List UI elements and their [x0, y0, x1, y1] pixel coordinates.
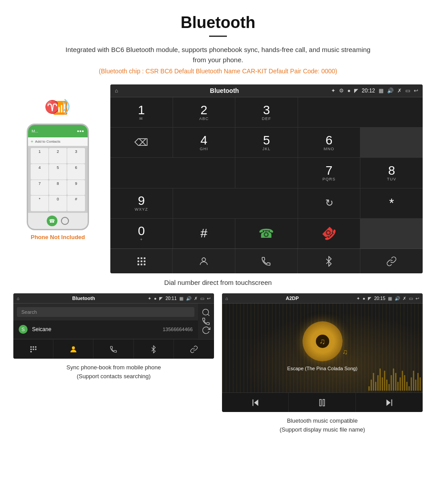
back-icon[interactable]: ↩ — [414, 88, 418, 94]
dial-key-8-main: 8 — [388, 164, 395, 177]
contact-row[interactable]: S Seicane 13566664466 — [13, 320, 198, 339]
dial-key-6[interactable]: 6 MNO — [298, 128, 360, 157]
phone-add-contact: Add to Contacts — [28, 137, 88, 146]
dial-backspace[interactable]: ⌫ — [110, 128, 173, 157]
dial-end-call-button[interactable]: ☎ — [298, 219, 360, 248]
toolbar-dialpad[interactable] — [110, 249, 173, 273]
dial-key-hash[interactable]: # — [173, 219, 235, 248]
phone-key-6[interactable]: 6 — [67, 164, 85, 180]
phone-key-star[interactable]: * — [31, 196, 48, 211]
phone-key-2[interactable]: 2 — [49, 148, 67, 164]
contacts-screen-wrap: ⌂ Bluetooth ✦ ● ◤ 20:11 ▦ 🔊 ✗ ▭ ↩ Search — [13, 293, 214, 434]
music-caption-line2: (Support display music file name) — [222, 425, 423, 434]
ctb-bluetooth[interactable] — [134, 340, 174, 359]
phone-key-3[interactable]: 3 — [67, 148, 85, 164]
toolbar-bluetooth[interactable] — [298, 249, 360, 273]
phone-key-0[interactable]: 0 — [49, 196, 67, 211]
dial-screen: ⌂ Bluetooth ✦ ⚙ ● ◤ 20:12 ▦ 🔊 ✗ ▭ ↩ 1 ✉ … — [110, 84, 423, 273]
phone-key-4[interactable]: 4 — [31, 164, 48, 180]
music-back-icon[interactable]: ↩ — [416, 296, 419, 301]
music-controls — [222, 392, 423, 412]
eq-bar — [395, 373, 396, 391]
contacts-close-icon[interactable]: ✗ — [194, 296, 198, 301]
svg-rect-23 — [252, 399, 253, 406]
ctb-phone[interactable] — [93, 340, 133, 359]
home-icon[interactable]: ⌂ — [115, 88, 118, 94]
toolbar-link[interactable] — [360, 249, 423, 273]
music-caption: Bluetooth music compatible (Support disp… — [222, 416, 423, 434]
dial-refresh[interactable]: ↻ — [298, 188, 360, 218]
dial-key-1[interactable]: 1 ✉ — [110, 97, 173, 127]
svg-rect-10 — [144, 264, 145, 265]
toolbar-contacts[interactable] — [173, 249, 235, 273]
dialpad-area: 1 ✉ 2 ABC 3 DEF ⌫ 4 GHI 5 JKL — [110, 97, 423, 248]
dial-key-3[interactable]: 3 DEF — [235, 97, 298, 127]
contacts-home-icon[interactable]: ⌂ — [17, 296, 20, 301]
phone-key-8[interactable]: 8 — [49, 180, 67, 196]
ctb-dialpad[interactable] — [13, 340, 53, 359]
eq-bar — [371, 380, 372, 391]
dial-key-9[interactable]: 9 WXYZ — [110, 188, 173, 218]
phone-sidebar-icon[interactable] — [202, 317, 210, 326]
dial-key-3-main: 3 — [263, 104, 270, 116]
svg-rect-9 — [141, 264, 142, 265]
svg-rect-16 — [35, 346, 36, 348]
volume-icon: 🔊 — [387, 88, 394, 94]
phone-key-hash[interactable]: # — [67, 196, 85, 211]
contacts-search-bar[interactable]: Search — [17, 307, 194, 317]
music-play-pause-button[interactable] — [289, 393, 355, 412]
ctb-link[interactable] — [174, 340, 214, 359]
dial-call-button[interactable]: ☎ — [235, 219, 298, 248]
dial-key-0[interactable]: 0 + — [110, 219, 173, 248]
usb-icon: ✦ — [331, 88, 335, 94]
dial-key-0-sub: + — [140, 237, 143, 242]
dial-key-7[interactable]: 7 PQRS — [298, 158, 360, 188]
phone-home-button[interactable] — [61, 217, 69, 225]
contacts-wifi-icon: ◤ — [159, 296, 163, 301]
eq-bar — [375, 382, 376, 391]
dial-key-6-main: 6 — [326, 134, 333, 147]
svg-text:♈: ♈ — [44, 100, 58, 114]
contacts-time: 20:11 — [166, 296, 177, 301]
svg-rect-5 — [137, 260, 139, 262]
close-icon[interactable]: ✗ — [397, 88, 402, 94]
phone-key-9[interactable]: 9 — [67, 180, 85, 196]
eq-bar — [388, 384, 390, 391]
music-usb-icon: ✦ — [356, 296, 360, 301]
phone-add-contact-label: Add to Contacts — [35, 140, 61, 144]
dial-key-9-sub: WXYZ — [135, 207, 148, 212]
contacts-win-icon: ▭ — [200, 296, 204, 301]
search-icon[interactable] — [202, 308, 210, 317]
contacts-screen: ⌂ Bluetooth ✦ ● ◤ 20:11 ▦ 🔊 ✗ ▭ ↩ Search — [13, 293, 214, 359]
music-prev-button[interactable] — [222, 393, 289, 412]
ctb-contacts-active[interactable] — [53, 340, 93, 359]
dial-key-2[interactable]: 2 ABC — [173, 97, 235, 127]
dial-key-5[interactable]: 5 JKL — [235, 128, 298, 157]
dial-key-4[interactable]: 4 GHI — [173, 128, 235, 157]
svg-rect-7 — [144, 260, 145, 262]
music-screen-title: A2DP — [231, 296, 354, 301]
phone-top-icons: ●●● — [77, 129, 84, 133]
music-close-icon[interactable]: ✗ — [403, 296, 406, 301]
svg-point-21 — [72, 346, 75, 349]
phone-key-5[interactable]: 5 — [49, 164, 67, 180]
eq-bar — [384, 371, 385, 391]
music-home-icon[interactable]: ⌂ — [226, 296, 228, 301]
phone-call-button[interactable]: ☎ — [47, 216, 57, 226]
contacts-sidebar — [198, 304, 214, 339]
dial-key-8[interactable]: 8 TUV — [360, 158, 423, 188]
contacts-list: S Seicane 13566664466 — [13, 320, 198, 339]
dial-key-star[interactable]: * — [360, 188, 423, 218]
toolbar-phone[interactable] — [235, 249, 298, 273]
window-icon: ▭ — [405, 88, 410, 94]
eq-bar — [397, 382, 399, 391]
phone-top-bar: M... ●●● — [28, 125, 88, 137]
refresh-sidebar-icon[interactable] — [202, 326, 210, 335]
svg-point-12 — [203, 309, 209, 315]
contacts-back-icon[interactable]: ↩ — [207, 296, 210, 301]
phone-key-1[interactable]: 1 — [31, 148, 48, 164]
svg-marker-26 — [386, 399, 390, 406]
page-spec: (Bluetooth chip : CSR BC6 Default Blueto… — [0, 68, 436, 75]
phone-key-7[interactable]: 7 — [31, 180, 48, 196]
music-next-button[interactable] — [356, 393, 423, 412]
